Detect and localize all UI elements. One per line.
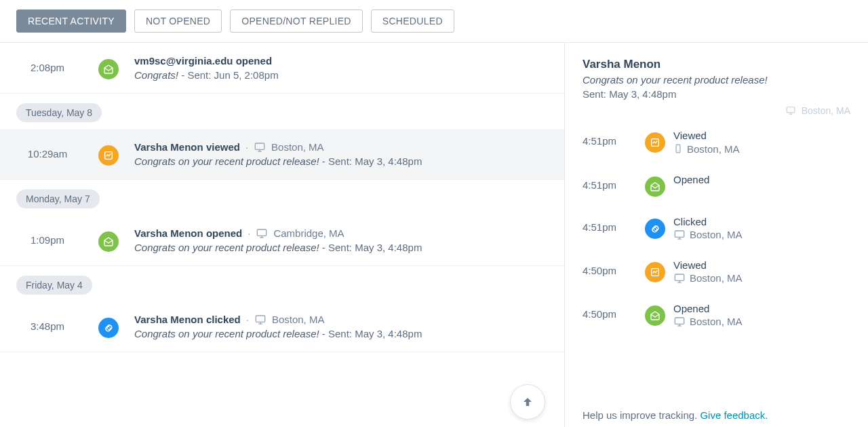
activity-actor-action: vm9sc@virginia.edu opened xyxy=(134,55,272,67)
opened-icon xyxy=(645,177,665,197)
detail-event-action: Viewed xyxy=(673,259,850,271)
detail-event-action: Viewed xyxy=(673,130,850,141)
viewed-icon xyxy=(645,132,665,153)
monitor-icon xyxy=(673,316,686,327)
detail-contact-name: Varsha Menon xyxy=(583,58,850,71)
detail-event-time: 4:51pm xyxy=(583,130,641,147)
activity-sent: - Sent: May 3, 4:48pm xyxy=(322,328,422,339)
activity-time: 3:48pm xyxy=(0,314,95,332)
feedback-text: Help us improve tracking. xyxy=(583,409,700,421)
detail-event-time: 4:51pm xyxy=(583,174,641,191)
detail-event-row: 4:51pmClickedBoston, MA xyxy=(583,208,850,251)
activity-row[interactable]: 1:09pmVarsha Menon opened · Cambridge, M… xyxy=(0,215,564,266)
detail-event-row: 4:51pmOpened xyxy=(583,166,850,208)
detail-event-time: 4:50pm xyxy=(583,303,641,320)
activity-list: 2:08pmvm9sc@virginia.edu opened Congrats… xyxy=(0,43,565,427)
tab-opened-not-replied[interactable]: OPENED/NOT REPLIED xyxy=(230,10,363,33)
detail-event-row: 4:50pmOpenedBoston, MA xyxy=(583,295,850,338)
activity-sent: - Sent: May 3, 4:48pm xyxy=(322,242,422,253)
tab-not-opened[interactable]: NOT OPENED xyxy=(134,10,222,33)
activity-subject: Congrats on your recent product release! xyxy=(134,242,319,253)
tabs-bar: RECENT ACTIVITYNOT OPENEDOPENED/NOT REPL… xyxy=(0,0,868,43)
activity-row[interactable]: 10:29amVarsha Menon viewed · Boston, MAC… xyxy=(0,129,564,180)
monitor-icon xyxy=(673,229,686,240)
activity-sent: - Sent: Jun 5, 2:08pm xyxy=(181,69,278,81)
activity-time: 1:09pm xyxy=(0,227,95,246)
opened-icon xyxy=(645,305,665,326)
monitor-icon xyxy=(256,228,268,239)
activity-actor-action: Varsha Menon viewed xyxy=(134,141,240,153)
detail-event-row: 4:51pmViewedBoston, MA xyxy=(583,122,850,166)
svg-rect-23 xyxy=(675,318,684,324)
tab-scheduled[interactable]: SCHEDULED xyxy=(371,10,454,33)
activity-row[interactable]: 3:48pmVarsha Menon clicked · Boston, MAC… xyxy=(0,301,564,352)
activity-actor-action: Varsha Menon clicked xyxy=(134,314,241,325)
activity-time: 10:29am xyxy=(0,141,95,160)
date-pill: Tuesday, May 8 xyxy=(16,103,102,122)
detail-event-location: Boston, MA xyxy=(690,272,743,284)
detail-event-action: Opened xyxy=(673,174,850,185)
detail-cutoff-row: Boston, MA xyxy=(583,105,850,116)
opened-icon xyxy=(98,231,119,252)
date-pill: Monday, May 7 xyxy=(16,189,100,208)
activity-time: 2:08pm xyxy=(0,55,95,73)
detail-event-action: Opened xyxy=(673,303,850,314)
activity-location: Boston, MA xyxy=(272,314,325,325)
detail-event-location: Boston, MA xyxy=(690,229,743,240)
activity-subject: Congrats on your recent product release! xyxy=(134,328,319,339)
detail-event-action: Clicked xyxy=(673,216,850,227)
activity-subject: Congrats! xyxy=(134,69,178,81)
scroll-to-top-button[interactable] xyxy=(510,384,545,420)
detail-event-location: Boston, MA xyxy=(687,143,740,155)
detail-event-time: 4:51pm xyxy=(583,216,641,233)
activity-location: Boston, MA xyxy=(271,141,324,153)
clicked-icon xyxy=(645,219,665,239)
viewed-icon xyxy=(98,145,119,166)
detail-event-row: 4:50pmViewedBoston, MA xyxy=(583,251,850,295)
main-container: 2:08pmvm9sc@virginia.edu opened Congrats… xyxy=(0,43,868,427)
date-separator: Monday, May 7 xyxy=(0,180,564,215)
svg-rect-4 xyxy=(258,229,267,236)
detail-subject: Congrats on your recent product release! xyxy=(583,74,850,86)
monitor-icon xyxy=(254,314,267,325)
monitor-icon xyxy=(254,142,266,153)
activity-row[interactable]: 2:08pmvm9sc@virginia.edu opened Congrats… xyxy=(0,43,564,94)
svg-rect-20 xyxy=(675,274,684,280)
svg-rect-1 xyxy=(255,143,264,149)
activity-actor-action: Varsha Menon opened xyxy=(134,227,242,239)
tab-recent-activity[interactable]: RECENT ACTIVITY xyxy=(16,10,126,33)
svg-rect-7 xyxy=(256,316,264,322)
detail-event-time: 4:50pm xyxy=(583,259,641,276)
detail-event-location: Boston, MA xyxy=(690,316,743,327)
date-pill: Friday, May 4 xyxy=(16,276,92,295)
activity-location: Cambridge, MA xyxy=(273,227,344,239)
detail-events: 4:51pmViewedBoston, MA4:51pmOpened4:51pm… xyxy=(583,122,850,338)
svg-rect-16 xyxy=(675,231,684,237)
monitor-icon xyxy=(785,106,796,115)
date-separator: Friday, May 4 xyxy=(0,266,564,301)
svg-rect-10 xyxy=(787,107,795,113)
detail-panel: Varsha Menon Congrats on your recent pro… xyxy=(565,43,868,427)
activity-subject: Congrats on your recent product release! xyxy=(134,155,319,167)
separator-dot: · xyxy=(248,227,250,239)
viewed-icon xyxy=(645,262,665,282)
clicked-icon xyxy=(98,318,119,338)
opened-icon xyxy=(98,59,119,79)
separator-dot: · xyxy=(245,141,248,153)
detail-sent: Sent: May 3, 4:48pm xyxy=(583,88,850,100)
activity-sent: - Sent: May 3, 4:48pm xyxy=(322,155,422,167)
detail-cutoff-location: Boston, MA xyxy=(802,105,850,116)
monitor-icon xyxy=(673,273,686,284)
feedback-link[interactable]: Give feedback. xyxy=(700,409,768,421)
feedback-prompt: Help us improve tracking. Give feedback. xyxy=(583,409,768,421)
separator-dot: · xyxy=(246,314,249,325)
mobile-icon xyxy=(673,143,683,155)
date-separator: Tuesday, May 8 xyxy=(0,94,564,129)
